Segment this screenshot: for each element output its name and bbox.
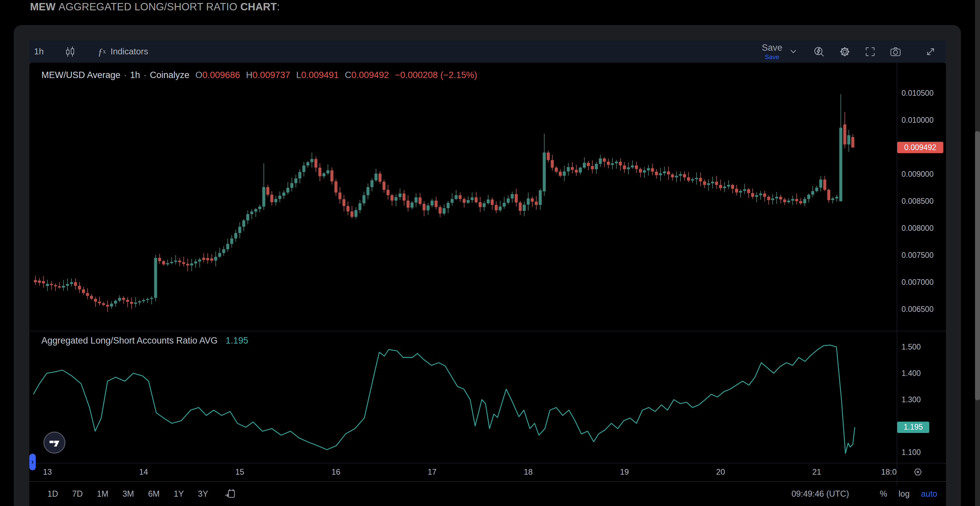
pane-expand-handle[interactable]: › xyxy=(29,454,36,470)
candle-body xyxy=(719,185,722,188)
time-axis-label[interactable]: 17 xyxy=(428,467,437,477)
candle-body xyxy=(751,193,754,197)
ratio-legend-name[interactable]: Aggregated Long/Short Accounts Ratio AVG xyxy=(41,336,218,346)
candle-body xyxy=(471,197,474,200)
candle-body xyxy=(223,249,225,253)
candle-body xyxy=(459,195,462,199)
ratio-pane-plot[interactable] xyxy=(29,331,897,463)
candle-body xyxy=(780,197,782,200)
time-axis-label[interactable]: 15 xyxy=(235,467,244,477)
save-button[interactable]: Save Save xyxy=(762,43,782,60)
chart-area[interactable]: MEW/USD Average · 1h · Coinalyze O0.0096… xyxy=(29,63,946,506)
time-axis-label[interactable]: 14 xyxy=(139,467,148,477)
candle-body xyxy=(170,262,173,263)
range-button-6m[interactable]: 6M xyxy=(146,488,162,500)
time-axis-label[interactable]: 18:0 xyxy=(881,467,897,477)
tradingview-logo[interactable] xyxy=(43,431,65,454)
candle-body xyxy=(583,163,586,168)
interval-button[interactable]: 1h xyxy=(29,44,48,60)
legend-source[interactable]: Coinalyze xyxy=(150,70,190,80)
settings-button[interactable] xyxy=(834,44,855,60)
candle-body xyxy=(551,160,554,168)
candle-body xyxy=(334,181,337,192)
range-button-1d[interactable]: 1D xyxy=(45,488,60,500)
pane-separator[interactable] xyxy=(29,331,946,331)
candle-body xyxy=(66,284,69,286)
save-menu-button[interactable] xyxy=(786,44,801,60)
candle-body xyxy=(819,179,822,187)
candle-body xyxy=(559,172,562,176)
range-button-1m[interactable]: 1M xyxy=(95,488,111,500)
candle-body xyxy=(675,176,678,178)
candle-body xyxy=(70,282,73,284)
time-axis-label[interactable]: 16 xyxy=(332,467,340,477)
candle-body xyxy=(339,192,342,199)
candle-body xyxy=(343,199,345,206)
price-axis-label: 0.010500 xyxy=(902,89,934,98)
legend-interval[interactable]: 1h xyxy=(130,70,140,80)
indicators-label: Indicators xyxy=(111,46,148,57)
indicators-button[interactable]: ƒx Indicators xyxy=(93,44,153,60)
candle-body xyxy=(463,199,466,203)
go-to-date-button[interactable] xyxy=(225,488,235,499)
candle-body xyxy=(735,189,738,192)
auto-scale-button[interactable]: auto xyxy=(921,489,937,499)
candle-body xyxy=(543,152,546,192)
clock-label[interactable]: 09:49:46 (UTC) xyxy=(791,489,849,499)
candle-body xyxy=(843,124,846,144)
candle-body xyxy=(347,206,350,211)
candle-body xyxy=(848,135,850,144)
screenshot-button[interactable] xyxy=(885,44,906,60)
candle-body xyxy=(627,167,630,170)
candle-body xyxy=(286,188,290,192)
quick-search-button[interactable] xyxy=(809,44,829,60)
candle-body xyxy=(146,299,149,300)
candle-body xyxy=(307,162,310,165)
legend-symbol[interactable]: MEW/USD Average xyxy=(41,70,121,80)
candle-body xyxy=(326,170,329,173)
fullscreen-button[interactable] xyxy=(861,44,880,60)
range-button-7d[interactable]: 7D xyxy=(70,488,85,500)
candle-body xyxy=(575,170,578,173)
candle-body xyxy=(78,286,81,290)
candle-body xyxy=(379,173,382,181)
candle-body xyxy=(98,301,101,303)
range-button-3m[interactable]: 3M xyxy=(121,488,136,500)
candle-body xyxy=(611,163,614,165)
candle-body xyxy=(747,189,750,193)
range-button-1y[interactable]: 1Y xyxy=(172,488,186,500)
candle-body xyxy=(563,171,566,176)
candle-body xyxy=(118,298,121,301)
time-axis-label[interactable]: 18 xyxy=(524,467,533,477)
candle-body xyxy=(359,203,362,210)
log-scale-button[interactable]: log xyxy=(899,489,910,499)
scrollbar-thumb[interactable] xyxy=(975,131,980,400)
time-axis-label[interactable]: 20 xyxy=(716,467,725,477)
candle-body xyxy=(619,162,622,165)
range-button-3y[interactable]: 3Y xyxy=(196,488,210,500)
candle-body xyxy=(695,178,698,179)
time-axis-label[interactable]: 19 xyxy=(620,467,629,477)
legend-change-value: −0.000208 (−2.15%) xyxy=(395,70,477,80)
price-legend[interactable]: MEW/USD Average · 1h · Coinalyze O0.0096… xyxy=(41,70,477,80)
candle-body xyxy=(258,206,261,209)
candle-body xyxy=(262,187,266,206)
candle-body xyxy=(567,167,570,171)
ratio-legend[interactable]: Aggregated Long/Short Accounts Ratio AVG… xyxy=(41,336,248,346)
candle-body xyxy=(239,227,242,233)
axis-settings-icon[interactable] xyxy=(913,468,922,476)
price-pane-plot[interactable] xyxy=(29,63,897,331)
time-axis-label[interactable]: 13 xyxy=(43,467,52,477)
candle-body xyxy=(723,186,726,188)
time-axis-label[interactable]: 21 xyxy=(812,467,821,477)
candle-body xyxy=(74,282,77,286)
candle-body xyxy=(851,137,854,148)
time-axis[interactable]: 13141516171819202118:0 xyxy=(29,463,946,482)
publish-idea-button[interactable] xyxy=(921,44,940,60)
ratio-axis-label: 1.400 xyxy=(902,369,921,378)
candle-body xyxy=(162,261,165,265)
ratio-axis-label: 1.500 xyxy=(902,342,921,352)
candle-style-button[interactable] xyxy=(60,44,80,60)
percent-scale-button[interactable]: % xyxy=(880,489,887,499)
candle-body xyxy=(331,170,334,181)
